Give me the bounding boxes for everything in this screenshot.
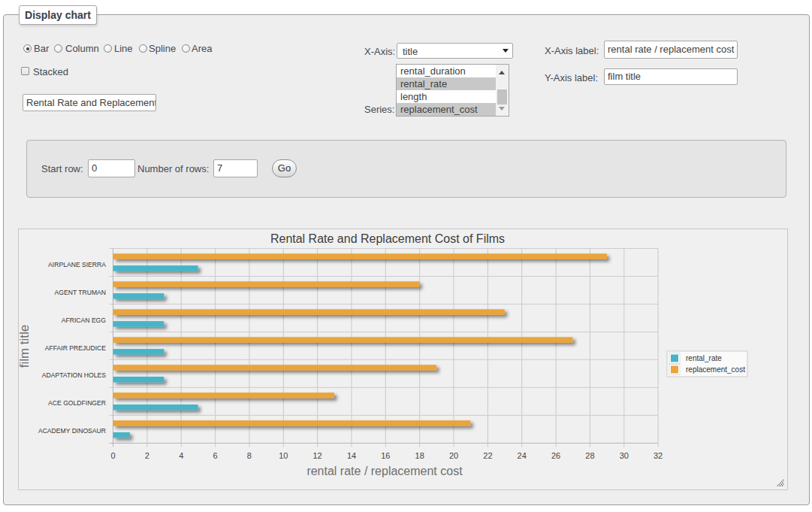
svg-text:ACADEMY DINOSAUR: ACADEMY DINOSAUR (38, 427, 106, 435)
svg-text:AIRPLANE SIERRA: AIRPLANE SIERRA (48, 261, 106, 268)
svg-text:8: 8 (247, 451, 252, 460)
svg-text:2: 2 (145, 451, 149, 460)
svg-text:4: 4 (179, 451, 183, 460)
svg-text:replacement_cost: replacement_cost (686, 365, 745, 374)
svg-text:16: 16 (381, 451, 390, 460)
svg-text:AFRICAN EGG: AFRICAN EGG (62, 317, 107, 324)
svg-text:0: 0 (110, 451, 115, 460)
svg-text:18: 18 (415, 451, 424, 460)
svg-text:28: 28 (585, 451, 594, 460)
svg-text:10: 10 (279, 451, 288, 460)
svg-text:ACE GOLDFINGER: ACE GOLDFINGER (48, 399, 106, 407)
svg-text:14: 14 (347, 451, 356, 460)
svg-text:AGENT TRUMAN: AGENT TRUMAN (55, 289, 106, 296)
svg-text:6: 6 (213, 451, 218, 460)
svg-text:24: 24 (518, 451, 527, 460)
svg-text:rental rate / replacement cost: rental rate / replacement cost (306, 465, 463, 477)
svg-text:AFFAIR PREJUDICE: AFFAIR PREJUDICE (45, 344, 106, 352)
svg-text:26: 26 (551, 451, 560, 460)
svg-text:rental_rate: rental_rate (686, 354, 722, 362)
svg-text:20: 20 (449, 451, 458, 460)
svg-text:Rental Rate and Replacement Co: Rental Rate and Replacement Cost of Film… (270, 232, 505, 245)
svg-text:film title: film title (18, 325, 32, 368)
svg-text:30: 30 (620, 451, 629, 460)
svg-text:22: 22 (483, 451, 492, 460)
svg-text:ADAPTATION HOLES: ADAPTATION HOLES (42, 371, 106, 379)
svg-text:12: 12 (312, 451, 321, 460)
svg-text:32: 32 (654, 451, 663, 460)
